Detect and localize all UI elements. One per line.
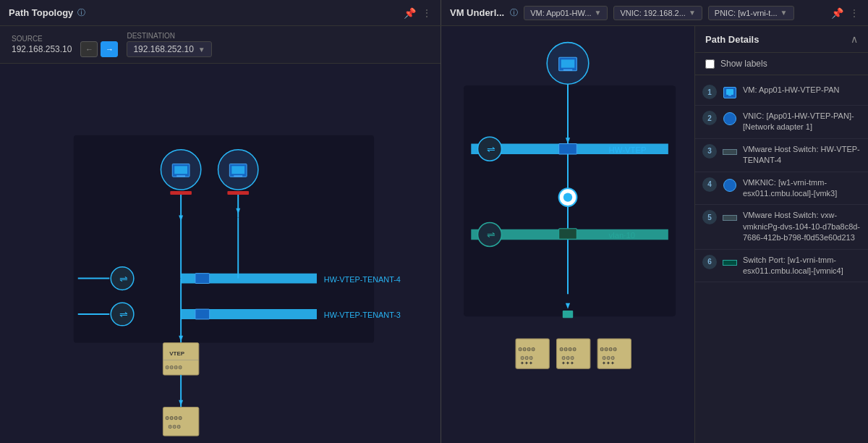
vnic-dropdown-label: VNIC: 192.168.2... bbox=[620, 9, 686, 17]
path-item-icon-1 bbox=[723, 85, 737, 100]
show-labels-checkbox[interactable] bbox=[705, 59, 715, 69]
pin-icon[interactable]: 📌 bbox=[404, 7, 416, 19]
path-item: 2 VNIC: [App01-HW-VTEP-PAN]-[Network ada… bbox=[695, 106, 868, 139]
svg-text:HW-VTEP-TENANT-3: HW-VTEP-TENANT-3 bbox=[324, 311, 401, 319]
svg-rect-7 bbox=[231, 166, 244, 174]
path-details-title: Path Details bbox=[705, 34, 759, 45]
path-items-list: 1 VM: App01-HW-VTEP-PAN 2 VNIC: [App01-H… bbox=[695, 75, 868, 443]
left-topology-canvas: HW-VTEP-TENANT-4 HW-VTEP-TENANT-3 ⇌ ⇌ bbox=[0, 64, 441, 443]
svg-text:✦✦✦: ✦✦✦ bbox=[520, 360, 533, 366]
svg-rect-3 bbox=[174, 166, 187, 174]
path-item: 4 VMKNIC: [w1-vrni-tmm-esx011.cmbu.local… bbox=[695, 172, 868, 206]
source-field: Source 192.168.253.10 bbox=[12, 35, 72, 54]
path-item-num-1: 1 bbox=[702, 85, 717, 99]
svg-rect-30 bbox=[163, 343, 198, 375]
path-item-num-5: 5 bbox=[702, 210, 717, 224]
path-item-text-5: VMware Host Switch: vxw-vmknicPg-dvs-104… bbox=[743, 210, 861, 243]
pnic-dropdown-label: PNIC: [w1-vrni-t... bbox=[715, 9, 778, 17]
svg-rect-9 bbox=[170, 191, 192, 195]
source-label: Source bbox=[12, 35, 72, 43]
svg-rect-8 bbox=[234, 175, 242, 177]
more-options-icon[interactable]: ⋮ bbox=[422, 7, 432, 19]
svg-text:⚙⚙⚙⚙: ⚙⚙⚙⚙ bbox=[559, 346, 576, 353]
svg-text:⚙⚙⚙: ⚙⚙⚙ bbox=[168, 424, 181, 429]
vm-icon bbox=[723, 87, 736, 98]
vm-underlay-info-icon[interactable]: ⓘ bbox=[510, 7, 518, 18]
right-header: VM Underl... ⓘ VM: App01-HW... ▼ VNIC: 1… bbox=[441, 6, 868, 20]
show-labels-text: Show labels bbox=[720, 59, 767, 69]
source-dest-bar: Source 192.168.253.10 ← → Destination 19… bbox=[0, 26, 441, 64]
svg-text:⇌: ⇌ bbox=[487, 229, 495, 240]
right-topology-svg: HW-VTEP ⇌ vlan·10 ⇌ bbox=[441, 26, 694, 443]
vm-underlay-title: VM Underl... bbox=[450, 7, 504, 18]
svg-rect-50 bbox=[559, 144, 577, 154]
arrow-controls: ← → bbox=[80, 41, 118, 57]
path-item-text-1: VM: App01-HW-VTEP-PAN bbox=[743, 85, 861, 96]
svg-rect-61 bbox=[563, 311, 573, 318]
svg-text:⚙⚙⚙⚙: ⚙⚙⚙⚙ bbox=[165, 415, 182, 421]
path-item: 6 Switch Port: [w1-vrni-tmm-esx011.cmbu.… bbox=[695, 250, 868, 283]
path-item: 5 VMware Host Switch: vxw-vmknicPg-dvs-1… bbox=[695, 205, 868, 249]
path-item-num-3: 3 bbox=[702, 144, 717, 159]
path-item-text-4: VMKNIC: [w1-vrni-tmm-esx011.cmbu.local]-… bbox=[743, 177, 861, 200]
path-item: 3 VMware Host Switch: HW-VTEP-TENANT-4 bbox=[695, 139, 868, 172]
vnic-dropdown-chevron: ▼ bbox=[689, 9, 696, 17]
path-topology-info-icon[interactable]: ⓘ bbox=[77, 7, 85, 18]
pnic-dropdown[interactable]: PNIC: [w1-vrni-t... ▼ bbox=[708, 6, 794, 20]
svg-text:HW-VTEP-TENANT-4: HW-VTEP-TENANT-4 bbox=[324, 275, 401, 284]
show-labels-row: Show labels bbox=[695, 53, 868, 75]
path-item-num-2: 2 bbox=[702, 111, 717, 125]
right-more-options-icon[interactable]: ⋮ bbox=[849, 7, 859, 19]
back-arrow-btn[interactable]: ← bbox=[80, 41, 98, 57]
host-switch-icon bbox=[723, 149, 737, 155]
svg-rect-76 bbox=[728, 95, 731, 96]
left-header-icons: 📌 ⋮ bbox=[404, 7, 432, 19]
svg-rect-24 bbox=[195, 309, 210, 319]
middle-canvas: HW-VTEP ⇌ vlan·10 ⇌ bbox=[441, 26, 694, 443]
header-bar: Path Topology ⓘ 📌 ⋮ VM Underl... ⓘ VM: A… bbox=[0, 0, 868, 26]
path-item-icon-3 bbox=[723, 145, 737, 159]
left-header: Path Topology ⓘ 📌 ⋮ bbox=[0, 0, 441, 25]
dest-chevron-icon: ▼ bbox=[198, 46, 205, 54]
svg-point-53 bbox=[563, 193, 572, 201]
svg-text:⇌: ⇌ bbox=[487, 143, 495, 155]
svg-rect-23 bbox=[195, 274, 210, 284]
vmknic-icon bbox=[723, 179, 736, 192]
path-item-icon-2 bbox=[723, 111, 737, 126]
svg-text:⇌: ⇌ bbox=[119, 273, 128, 284]
svg-text:HW-VTEP: HW-VTEP bbox=[609, 145, 647, 154]
svg-text:⚙⚙⚙⚙: ⚙⚙⚙⚙ bbox=[518, 346, 535, 353]
svg-rect-43 bbox=[563, 69, 572, 71]
svg-rect-10 bbox=[227, 191, 249, 195]
svg-text:⚙⚙⚙⚙: ⚙⚙⚙⚙ bbox=[600, 346, 617, 353]
path-topology-title: Path Topology bbox=[9, 7, 73, 18]
vm-dropdown[interactable]: VM: App01-HW... ▼ bbox=[524, 6, 608, 20]
vm-dropdown-chevron: ▼ bbox=[595, 9, 602, 17]
path-item: 1 VM: App01-HW-VTEP-PAN bbox=[695, 80, 868, 106]
dest-input[interactable]: 192.168.252.10 ▼ bbox=[127, 41, 211, 57]
path-details-panel: Path Details ∧ Show labels 1 VM: App01-H… bbox=[694, 26, 868, 443]
svg-rect-36 bbox=[163, 408, 198, 436]
svg-text:vlan·10: vlan·10 bbox=[609, 231, 635, 240]
forward-arrow-btn[interactable]: → bbox=[101, 41, 118, 57]
svg-text:VTEP: VTEP bbox=[169, 350, 184, 357]
vnic-dropdown[interactable]: VNIC: 192.168.2... ▼ bbox=[613, 6, 702, 20]
svg-rect-75 bbox=[726, 89, 733, 95]
path-item-text-2: VNIC: [App01-HW-VTEP-PAN]-[Network adapt… bbox=[743, 111, 861, 133]
destination-field: Destination 192.168.252.10 ▼ bbox=[127, 32, 211, 57]
svg-text:✦✦✦: ✦✦✦ bbox=[602, 360, 615, 366]
collapse-icon[interactable]: ∧ bbox=[851, 33, 858, 45]
path-item-icon-6 bbox=[723, 256, 737, 270]
path-item-icon-5 bbox=[723, 211, 737, 225]
dest-label: Destination bbox=[127, 32, 211, 40]
right-pin-icon[interactable]: 📌 bbox=[831, 7, 843, 19]
svg-text:✦✦✦: ✦✦✦ bbox=[561, 360, 574, 366]
source-value: 192.168.253.10 bbox=[12, 44, 72, 54]
left-topology-svg: HW-VTEP-TENANT-4 HW-VTEP-TENANT-3 ⇌ ⇌ bbox=[0, 64, 441, 443]
left-panel: Source 192.168.253.10 ← → Destination 19… bbox=[0, 26, 441, 443]
path-item-num-6: 6 bbox=[702, 255, 717, 269]
svg-rect-42 bbox=[561, 59, 575, 67]
svg-text:⚙⚙⚙⚙: ⚙⚙⚙⚙ bbox=[165, 365, 182, 370]
right-header-icons: 📌 ⋮ bbox=[831, 7, 859, 19]
vm-dropdown-label: VM: App01-HW... bbox=[530, 9, 591, 17]
